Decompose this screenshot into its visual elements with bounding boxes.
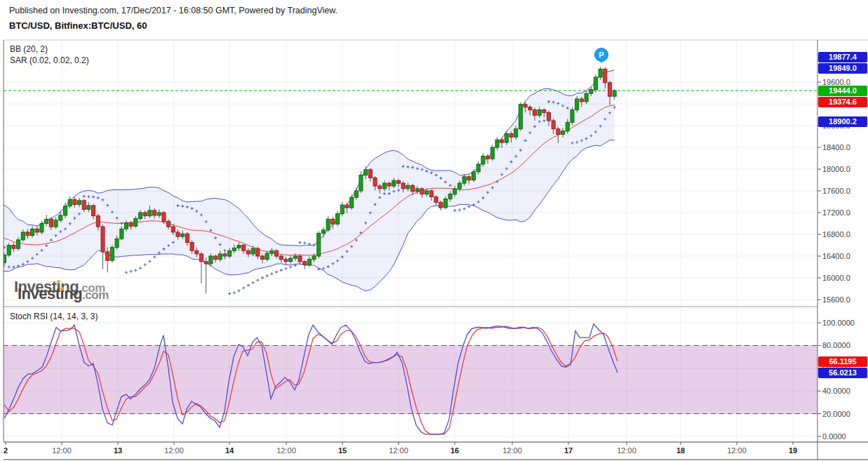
- investing-watermark: Investing.com: [18, 285, 109, 303]
- time-axis-label: 12:00: [271, 446, 302, 455]
- time-axis-label: 12:00: [721, 446, 752, 455]
- time-axis-label: 16: [439, 446, 470, 455]
- stoch-axis-label: 0.0000: [822, 432, 846, 441]
- watermark-orange-dot: [60, 287, 64, 290]
- price-axis-label: 17200.0: [822, 208, 850, 217]
- time-axis-label: 12:00: [611, 446, 642, 455]
- stoch-axis-label: 20.0000: [822, 410, 850, 418]
- stoch-tag: 66.1195: [818, 356, 867, 367]
- symbol-title: BTC/USD, Bitfinex:BTC/USD, 60: [9, 20, 147, 31]
- stoch-axis-label: 100.0000: [822, 319, 855, 327]
- p-marker-badge[interactable]: P: [594, 48, 608, 62]
- time-axis-label: 12:00: [46, 446, 77, 455]
- price-axis-label: 15600.0: [822, 295, 850, 304]
- price-axis-label: 17600.0: [822, 187, 850, 195]
- time-axis-label: 12:00: [383, 446, 414, 455]
- time-axis-label: 12:00: [159, 446, 189, 455]
- price-axis-label: 16400.0: [822, 252, 850, 260]
- sar-study-label: SAR (0.02, 0.02, 0.2): [10, 55, 89, 65]
- watermark-orange-dot: [57, 280, 60, 283]
- price-chart-canvas[interactable]: [0, 0, 868, 461]
- time-axis-label: 2: [0, 446, 21, 455]
- time-axis-label: 14: [214, 446, 245, 455]
- price-tag: 19849.0: [818, 63, 867, 74]
- price-axis-label: 16000.0: [822, 274, 850, 282]
- stoch-axis-label: 40.0000: [822, 387, 850, 395]
- price-tag: 18900.2: [818, 116, 867, 127]
- time-axis-label: 18: [665, 446, 696, 455]
- price-tag: 19877.4: [818, 52, 867, 62]
- stoch-axis-label: 80.0000: [822, 341, 850, 349]
- stoch-tag: 56.0213: [818, 368, 867, 378]
- price-axis-label: 18000.0: [822, 165, 850, 173]
- time-axis-label: 17: [553, 446, 584, 455]
- stoch-rsi-study-label: Stoch RSI (14, 14, 3, 3): [10, 312, 98, 321]
- price-tag: 19444.0: [818, 86, 867, 96]
- time-axis-label: 12:00: [497, 446, 528, 455]
- price-tag: 19374.6: [818, 97, 867, 107]
- chart-page: Published on Investing.com, 17/Dec/2017 …: [0, 0, 868, 461]
- time-axis-label: 19: [777, 446, 808, 455]
- time-axis-label: 15: [327, 446, 358, 455]
- published-header: Published on Investing.com, 17/Dec/2017 …: [9, 6, 338, 15]
- time-axis-label: 13: [102, 446, 133, 455]
- bb-study-label: BB (20, 2): [10, 44, 48, 54]
- price-axis-label: 18400.0: [822, 143, 850, 152]
- price-axis-label: 16800.0: [822, 230, 850, 239]
